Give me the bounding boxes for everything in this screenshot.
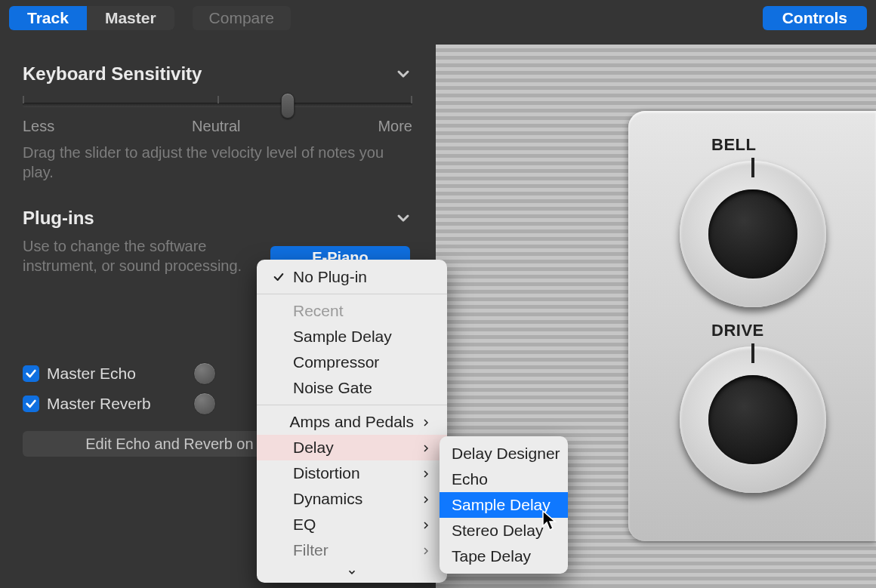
master-echo-checkbox[interactable] xyxy=(23,365,39,382)
menu-recent-1[interactable]: Compressor xyxy=(257,349,447,375)
velocity-more-label: More xyxy=(378,118,412,135)
menu-cat-delay[interactable]: Delay xyxy=(257,435,447,460)
master-reverb-label: Master Reverb xyxy=(47,395,151,413)
velocity-slider[interactable] xyxy=(23,103,412,107)
bell-label: BELL xyxy=(711,135,876,155)
menu-no-plugin-label: No Plug-in xyxy=(293,268,367,286)
chevron-down-icon xyxy=(394,65,412,83)
track-master-segmented: Track Master xyxy=(9,6,174,30)
menu-no-plugin[interactable]: No Plug-in xyxy=(257,264,447,290)
menu-recent-1-label: Compressor xyxy=(293,353,379,371)
menu-cat-3-label: Dynamics xyxy=(293,490,362,508)
submenu-item-0-label: Delay Designer xyxy=(452,445,560,463)
chevron-right-icon xyxy=(421,541,430,559)
submenu-item-3-label: Stereo Delay xyxy=(452,522,543,540)
bell-knob[interactable] xyxy=(680,161,826,307)
menu-recent-label: Recent xyxy=(293,302,344,320)
chevron-right-icon xyxy=(421,439,430,457)
chevron-right-icon xyxy=(421,490,430,508)
track-button[interactable]: Track xyxy=(9,6,87,30)
master-echo-slider-knob[interactable] xyxy=(193,362,216,385)
master-reverb-slider-knob[interactable] xyxy=(193,393,216,415)
instrument-knob-panel: BELL DRIVE xyxy=(628,111,876,541)
menu-cat-2[interactable]: Distortion xyxy=(257,460,447,486)
drive-label: DRIVE xyxy=(711,321,876,340)
menu-cat-2-label: Distortion xyxy=(293,464,360,482)
keyboard-sensitivity-heading[interactable]: Keyboard Sensitivity xyxy=(23,63,412,85)
menu-recent-2-label: Noise Gate xyxy=(293,379,372,397)
submenu-item-1[interactable]: Echo xyxy=(440,466,568,492)
chevron-down-icon xyxy=(394,209,412,227)
menu-cat-5[interactable]: Filter xyxy=(257,537,447,563)
cursor-icon xyxy=(542,510,557,531)
plugins-heading[interactable]: Plug-ins xyxy=(23,208,412,229)
master-reverb-checkbox[interactable] xyxy=(23,396,39,412)
menu-cat-3[interactable]: Dynamics xyxy=(257,486,447,512)
menu-cat-delay-label: Delay xyxy=(293,439,334,457)
plugins-title: Plug-ins xyxy=(23,208,94,229)
top-bar: Track Master Compare Controls xyxy=(0,0,876,36)
delay-submenu: Delay Designer Echo Sample Delay Stereo … xyxy=(440,436,568,574)
drive-knob[interactable] xyxy=(680,346,826,493)
keyboard-sensitivity-title: Keyboard Sensitivity xyxy=(23,63,202,85)
menu-recent-heading: Recent xyxy=(257,298,447,324)
menu-recent-0[interactable]: Sample Delay xyxy=(257,324,447,349)
velocity-less-label: Less xyxy=(23,118,54,135)
chevron-right-icon xyxy=(421,464,430,482)
velocity-slider-labels: Less Neutral More xyxy=(23,118,412,135)
master-echo-label: Master Echo xyxy=(47,365,136,383)
chevron-right-icon xyxy=(421,413,430,431)
menu-cat-4[interactable]: EQ xyxy=(257,512,447,537)
controls-button[interactable]: Controls xyxy=(763,6,867,30)
submenu-item-0[interactable]: Delay Designer xyxy=(440,441,568,466)
chevron-right-icon xyxy=(421,516,430,534)
submenu-item-2-label: Sample Delay xyxy=(452,496,551,514)
menu-cat-5-label: Filter xyxy=(293,541,328,559)
menu-cat-0[interactable]: Amps and Pedals xyxy=(257,409,447,435)
menu-cat-0-label: Amps and Pedals xyxy=(289,413,414,431)
velocity-neutral-label: Neutral xyxy=(192,118,240,135)
compare-button[interactable]: Compare xyxy=(193,6,291,30)
menu-recent-0-label: Sample Delay xyxy=(293,328,392,346)
submenu-item-1-label: Echo xyxy=(452,470,488,488)
plugin-menu: No Plug-in Recent Sample Delay Compresso… xyxy=(257,260,447,583)
menu-cat-4-label: EQ xyxy=(293,516,316,534)
checkmark-icon xyxy=(272,271,285,283)
submenu-item-4[interactable]: Tape Delay xyxy=(440,543,568,569)
submenu-item-4-label: Tape Delay xyxy=(452,547,531,565)
menu-scroll-indicator[interactable] xyxy=(257,563,447,578)
velocity-help-text: Drag the slider to adjust the velocity l… xyxy=(23,143,412,182)
menu-recent-2[interactable]: Noise Gate xyxy=(257,375,447,401)
master-button[interactable]: Master xyxy=(87,6,174,30)
plugins-help-text: Use to change the software instrument, o… xyxy=(23,236,264,276)
